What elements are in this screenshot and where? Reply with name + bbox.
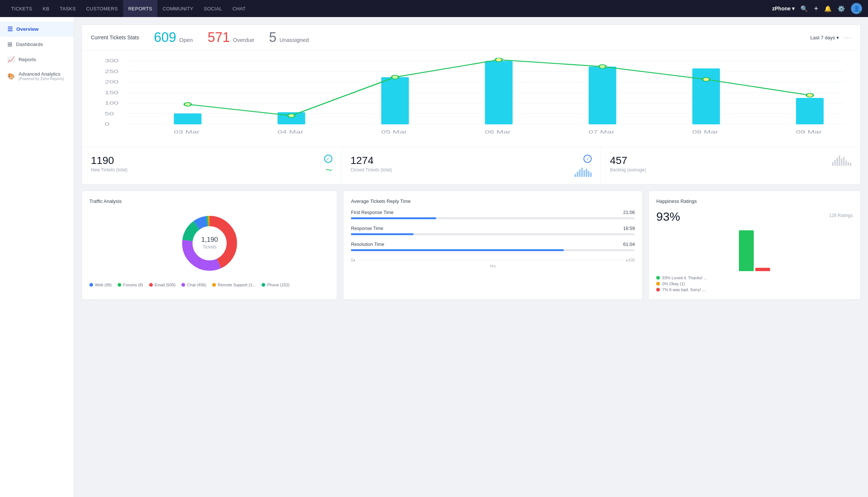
- settings-icon[interactable]: ⚙️: [838, 5, 845, 12]
- legend-forums: Forums (8): [118, 283, 143, 287]
- sidebar-item-advanced-analytics[interactable]: 🎨 Advanced Analytics (Powered by Zoho Re…: [0, 67, 74, 85]
- brand-selector[interactable]: zPhone ▾: [772, 6, 795, 11]
- response-time-bar-fill: [351, 233, 413, 235]
- resolution-time-bar-bg: [351, 249, 635, 251]
- svg-text:0: 0: [105, 122, 109, 127]
- first-response-bar-fill: [351, 217, 436, 219]
- happiness-bar-green: [739, 230, 754, 271]
- response-time-label: Response Time: [351, 226, 383, 231]
- open-count: 609: [154, 31, 176, 44]
- svg-text:09 Mar: 09 Mar: [796, 129, 822, 135]
- happiness-percentage: 93%: [656, 210, 680, 224]
- nav-item-reports[interactable]: REPORTS: [123, 0, 158, 17]
- chevron-down-icon: ▾: [836, 35, 839, 40]
- closed-mini-bars: [575, 166, 592, 177]
- brand-chevron-icon: ▾: [792, 6, 795, 11]
- donut-chart: 1,190 Tickets: [176, 210, 243, 277]
- happiness-bar-red: [755, 268, 770, 271]
- bar-07mar: [589, 66, 617, 124]
- new-tickets-card: 1190 New Tickets (total) ✓ 〜: [82, 147, 342, 184]
- closed-tickets-label: Closed Tickets (total): [351, 167, 392, 172]
- happiness-card: Happiness Ratings 93% 128 Ratings 93% Lo…: [648, 191, 861, 300]
- bottom-row: Traffic Analysis: [82, 191, 861, 300]
- svg-text:150: 150: [105, 90, 118, 95]
- open-stat: 609 Open: [154, 31, 193, 44]
- bad-dot: [656, 288, 660, 292]
- traffic-analysis-card: Traffic Analysis: [82, 191, 337, 300]
- dashboards-icon: ⊞: [7, 41, 12, 48]
- response-time-row: Response Time 16:59: [351, 226, 635, 235]
- nav-item-chat[interactable]: CHAT: [227, 0, 251, 17]
- svg-point-19: [703, 78, 710, 81]
- overview-icon: ☰: [7, 26, 13, 33]
- first-response-value: 21:06: [623, 210, 635, 215]
- nav-item-customers[interactable]: CUSTOMERS: [81, 0, 123, 17]
- reply-time-card: Average Tickets Reply Time First Respons…: [343, 191, 642, 300]
- happiness-legend: 93% Loved it. Thanks! ... 0% Okay (1) 7%…: [656, 276, 853, 292]
- nav-item-tasks[interactable]: TASKS: [55, 0, 81, 17]
- nav-item-social[interactable]: SOCIAL: [198, 0, 227, 17]
- chart-svg: 300 250 200 150 100 50 0: [91, 58, 851, 141]
- avatar[interactable]: 👤: [851, 3, 862, 14]
- happiness-header: 93% 128 Ratings: [656, 210, 853, 224]
- axis-line: [358, 260, 623, 260]
- date-filter[interactable]: Last 7 days ▾: [810, 35, 839, 40]
- legend-remote: Remote Support (1...: [212, 283, 256, 287]
- backlog-label: Backlog (average): [610, 167, 646, 172]
- nav-item-tickets[interactable]: TICKETS: [6, 0, 37, 17]
- svg-text:100: 100: [105, 101, 118, 106]
- notification-icon[interactable]: 🔔: [824, 5, 832, 12]
- svg-text:300: 300: [105, 58, 118, 63]
- sidebar-item-overview[interactable]: ☰ Overview: [0, 22, 74, 37]
- bar-03mar: [174, 113, 202, 125]
- first-response-label: First Response Time: [351, 210, 394, 215]
- nav-item-kb[interactable]: KB: [37, 0, 55, 17]
- current-tickets-stats-card: Current Tickets Stats 609 Open 571 Overd…: [82, 24, 861, 185]
- search-icon[interactable]: 🔍: [800, 5, 808, 12]
- svg-text:04 Mar: 04 Mar: [277, 129, 303, 135]
- time-axis: 0 ◂ ▸ 100: [351, 258, 635, 262]
- hrs-label: hrs: [351, 264, 635, 268]
- advanced-analytics-icon: 🎨: [7, 73, 15, 80]
- backlog-card: 457 Backlog (average): [601, 147, 860, 184]
- svg-text:07 Mar: 07 Mar: [589, 129, 615, 135]
- overdue-stat: 571 Overdue: [208, 31, 254, 44]
- stats-title: Current Tickets Stats: [91, 34, 139, 40]
- wave-icon: 〜: [326, 166, 332, 175]
- avatar-status-dot: [859, 11, 862, 14]
- loved-dot: [656, 276, 660, 280]
- nav-item-community[interactable]: COMMUNITY: [157, 0, 198, 17]
- unassigned-label: Unassigned: [279, 37, 309, 43]
- svg-text:200: 200: [105, 79, 118, 85]
- top-navigation: TICKETS KB TASKS CUSTOMERS REPORTS COMMU…: [0, 0, 868, 17]
- response-time-value: 16:59: [623, 226, 635, 231]
- happiness-title: Happiness Ratings: [656, 198, 853, 204]
- resolution-time-label: Resolution Time: [351, 242, 384, 247]
- traffic-title: Traffic Analysis: [89, 198, 329, 204]
- legend-loved: 93% Loved it. Thanks! ...: [656, 276, 853, 280]
- closed-tickets-number: 1274: [351, 155, 392, 167]
- axis-max: 100: [628, 258, 635, 262]
- bar-06mar: [485, 61, 513, 124]
- svg-point-16: [392, 75, 399, 79]
- overdue-count: 571: [208, 31, 230, 44]
- check-circle-blue-icon: ✓: [583, 155, 592, 163]
- sidebar-item-dashboards[interactable]: ⊞ Dashboards: [0, 37, 74, 52]
- add-icon[interactable]: +: [814, 4, 818, 13]
- legend-chat: Chat (406): [181, 283, 206, 287]
- legend-bad: 7% It was bad. Sorry! ...: [656, 287, 853, 292]
- bar-05mar: [381, 77, 409, 124]
- first-response-bar-bg: [351, 217, 635, 219]
- svg-text:03 Mar: 03 Mar: [174, 129, 200, 135]
- okay-dot: [656, 282, 660, 286]
- response-time-bar-bg: [351, 233, 635, 235]
- happiness-ratings-count: 128 Ratings: [829, 210, 853, 218]
- summary-row: 1190 New Tickets (total) ✓ 〜 1274 Closed…: [82, 147, 860, 184]
- resolution-time-value: 61:04: [623, 242, 635, 247]
- check-circle-icon: ✓: [324, 155, 332, 163]
- svg-text:Tickets: Tickets: [203, 244, 217, 250]
- main-content: Current Tickets Stats 609 Open 571 Overd…: [74, 17, 868, 497]
- left-arrow-icon: ◂: [353, 258, 355, 262]
- more-options-button[interactable]: ···: [844, 34, 851, 42]
- sidebar-item-reports[interactable]: 📈 Reports: [0, 52, 74, 67]
